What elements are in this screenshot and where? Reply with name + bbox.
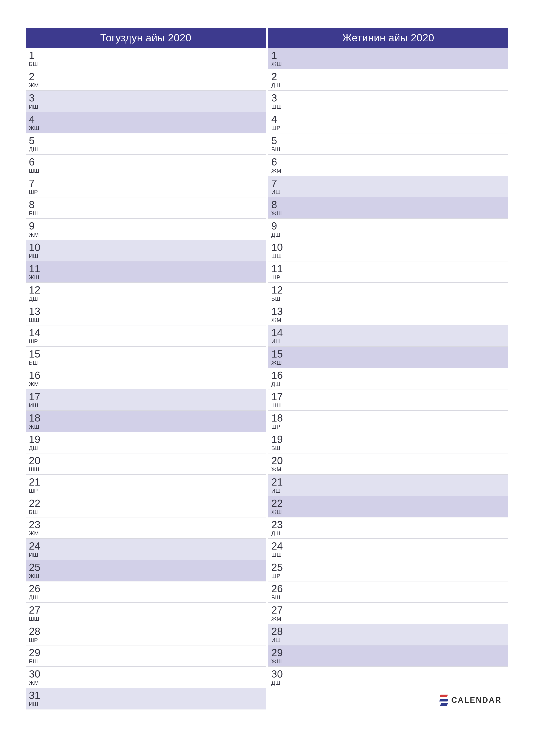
- day-row: 1ЖШ: [268, 48, 508, 69]
- day-abbr: ШШ: [29, 168, 266, 174]
- month-header: Тогуздун айы 2020: [26, 28, 266, 48]
- day-abbr: ЖШ: [29, 424, 266, 430]
- day-row: 4ШР: [268, 112, 508, 133]
- day-number: 3: [29, 93, 266, 103]
- day-number: 27: [29, 605, 266, 615]
- day-row: 18ШР: [268, 411, 508, 432]
- day-row: 13ШШ: [26, 304, 266, 325]
- day-number: 12: [29, 285, 266, 295]
- month-column-left: Тогуздун айы 2020 1БШ2ЖМ3ИШ4ЖШ5ДШ6ШШ7ШР8…: [26, 28, 266, 710]
- day-abbr: ЖШ: [271, 61, 508, 67]
- day-row: 13ЖМ: [268, 304, 508, 325]
- day-abbr: ЖМ: [29, 232, 266, 238]
- day-abbr: ДШ: [271, 530, 508, 537]
- day-number: 24: [29, 541, 266, 551]
- day-number: 29: [271, 648, 508, 658]
- day-row: 15ЖШ: [268, 347, 508, 368]
- day-number: 19: [29, 434, 266, 445]
- day-abbr: ШР: [271, 125, 508, 131]
- day-abbr: ЖМ: [29, 381, 266, 387]
- day-row: 25ШР: [268, 560, 508, 581]
- day-number: 9: [271, 221, 508, 231]
- day-number: 7: [271, 178, 508, 189]
- day-abbr: ЖШ: [271, 659, 508, 664]
- day-abbr: ШР: [29, 637, 266, 643]
- day-number: 18: [271, 413, 508, 423]
- day-number: 23: [29, 520, 266, 530]
- day-abbr: ЖШ: [271, 509, 508, 515]
- days-list-right: 1ЖШ2ДШ3ШШ4ШР5БШ6ЖМ7ИШ8ЖШ9ДШ10ШШ11ШР12БШ1…: [268, 48, 508, 688]
- day-row: 8ЖШ: [268, 198, 508, 219]
- day-row: 14ИШ: [268, 325, 508, 347]
- day-row: 19БШ: [268, 432, 508, 453]
- day-row: 26ДШ: [26, 581, 266, 603]
- day-number: 4: [271, 114, 508, 124]
- day-abbr: БШ: [271, 296, 508, 302]
- day-abbr: ШР: [29, 338, 266, 345]
- day-row: 28ШР: [26, 624, 266, 645]
- day-number: 28: [271, 626, 508, 636]
- day-abbr: БШ: [29, 509, 266, 515]
- day-number: 20: [271, 456, 508, 466]
- day-number: 21: [29, 477, 266, 487]
- day-abbr: ШШ: [29, 317, 266, 323]
- day-number: 11: [29, 263, 266, 274]
- day-abbr: ДШ: [271, 381, 508, 387]
- day-abbr: ШР: [29, 488, 266, 494]
- day-number: 14: [271, 328, 508, 338]
- day-row: 8БШ: [26, 198, 266, 219]
- day-row: 29БШ: [26, 645, 266, 667]
- day-number: 21: [271, 477, 508, 487]
- day-abbr: ДШ: [29, 445, 266, 451]
- day-abbr: БШ: [29, 210, 266, 217]
- day-number: 9: [29, 221, 266, 231]
- day-abbr: ЖМ: [29, 680, 266, 686]
- day-abbr: ШШ: [271, 552, 508, 558]
- day-row: 6ЖМ: [268, 155, 508, 176]
- day-abbr: ЖМ: [271, 616, 508, 622]
- day-row: 5ДШ: [26, 133, 266, 155]
- day-number: 17: [29, 392, 266, 402]
- day-number: 1: [271, 50, 508, 61]
- day-abbr: БШ: [29, 360, 266, 366]
- day-abbr: ЖШ: [29, 274, 266, 281]
- day-abbr: БШ: [29, 61, 266, 67]
- day-row: 14ШР: [26, 325, 266, 347]
- day-abbr: ЖМ: [29, 530, 266, 537]
- day-number: 16: [271, 370, 508, 381]
- day-abbr: ШР: [271, 274, 508, 281]
- day-row: 9ДШ: [268, 219, 508, 240]
- day-number: 13: [271, 306, 508, 316]
- day-abbr: ШШ: [271, 104, 508, 110]
- day-row: 12ДШ: [26, 283, 266, 304]
- day-abbr: ШР: [271, 573, 508, 579]
- day-abbr: ИШ: [29, 104, 266, 110]
- calendar-container: Тогуздун айы 2020 1БШ2ЖМ3ИШ4ЖШ5ДШ6ШШ7ШР8…: [26, 28, 508, 710]
- day-number: 10: [271, 242, 508, 253]
- day-row: 19ДШ: [26, 432, 266, 453]
- day-number: 3: [271, 93, 508, 103]
- day-row: 11ЖШ: [26, 261, 266, 283]
- day-row: 16ЖМ: [26, 368, 266, 390]
- days-list-left: 1БШ2ЖМ3ИШ4ЖШ5ДШ6ШШ7ШР8БШ9ЖМ10ИШ11ЖШ12ДШ1…: [26, 48, 266, 710]
- day-abbr: ШШ: [271, 402, 508, 409]
- day-number: 14: [29, 328, 266, 338]
- day-row: 21ИШ: [268, 475, 508, 496]
- day-row: 23ДШ: [268, 517, 508, 539]
- day-row: 5БШ: [268, 133, 508, 155]
- day-row: 12БШ: [268, 283, 508, 304]
- day-row: 2ЖМ: [26, 69, 266, 91]
- day-number: 7: [29, 178, 266, 189]
- day-abbr: БШ: [271, 445, 508, 451]
- day-number: 15: [29, 349, 266, 359]
- day-abbr: ШШ: [271, 253, 508, 259]
- day-row: 17ИШ: [26, 390, 266, 411]
- day-number: 2: [271, 71, 508, 82]
- day-abbr: ШР: [271, 424, 508, 430]
- day-number: 6: [29, 157, 266, 167]
- day-abbr: ИШ: [29, 552, 266, 558]
- day-number: 29: [29, 648, 266, 658]
- day-row: 2ДШ: [268, 69, 508, 91]
- day-abbr: ШР: [29, 189, 266, 195]
- day-row: 7ШР: [26, 176, 266, 198]
